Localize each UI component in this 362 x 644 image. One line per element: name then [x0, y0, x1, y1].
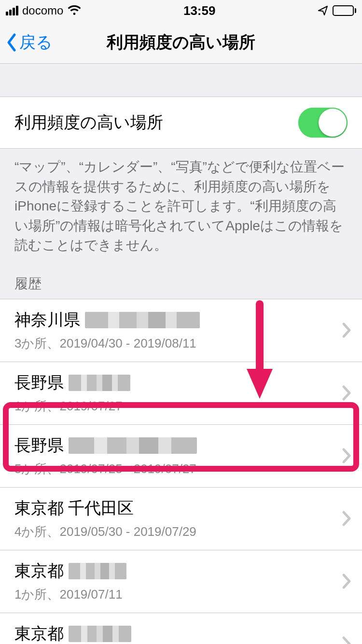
- history-row[interactable]: 東京都1か所、2019/06/23: [0, 613, 362, 644]
- toggle-description: “マップ”、“カレンダー”、“写真”などで便利な位置ベースの情報を提供するために…: [0, 149, 362, 255]
- redacted-text: [69, 437, 197, 454]
- chevron-right-icon: [342, 322, 351, 338]
- nav-bar: 戻る 利用頻度の高い場所: [0, 21, 362, 64]
- row-title-line: 長野県: [14, 372, 342, 394]
- carrier-label: docomo: [22, 4, 63, 17]
- row-title: 長野県: [14, 434, 64, 457]
- row-title-line: 長野県: [14, 434, 342, 457]
- row-main: 神奈川県3か所、2019/04/30 - 2019/08/11: [14, 309, 342, 352]
- back-label: 戻る: [19, 31, 53, 54]
- row-subtitle: 1か所、2019/07/11: [14, 586, 342, 603]
- row-main: 長野県1か所、2019/07/27: [14, 372, 342, 415]
- row-title: 長野県: [14, 372, 64, 394]
- row-subtitle: 4か所、2019/05/30 - 2019/07/29: [14, 523, 342, 540]
- toggle-label: 利用頻度の高い場所: [14, 112, 163, 134]
- spacer: [0, 64, 362, 97]
- row-title: 東京都 千代田区: [14, 497, 134, 519]
- history-list: 神奈川県3か所、2019/04/30 - 2019/08/11長野県1か所、20…: [0, 299, 362, 644]
- back-button[interactable]: 戻る: [6, 31, 53, 54]
- history-header: 履歴: [0, 255, 362, 299]
- row-subtitle: 5か所、2019/07/25 - 2019/07/27: [14, 461, 342, 477]
- row-subtitle: 1か所、2019/07/27: [14, 398, 342, 415]
- battery-icon: [333, 5, 356, 16]
- row-title-line: 東京都: [14, 623, 342, 644]
- row-main: 東京都1か所、2019/06/23: [14, 623, 342, 644]
- toggle-group: 利用頻度の高い場所: [0, 97, 362, 149]
- row-title: 神奈川県: [14, 309, 80, 331]
- chevron-left-icon: [6, 33, 17, 52]
- row-title-line: 東京都: [14, 560, 342, 582]
- redacted-text: [85, 312, 200, 328]
- chevron-right-icon: [342, 636, 351, 644]
- history-row[interactable]: 長野県5か所、2019/07/25 - 2019/07/27: [0, 425, 362, 488]
- history-row[interactable]: 神奈川県3か所、2019/04/30 - 2019/08/11: [0, 299, 362, 362]
- row-subtitle: 3か所、2019/04/30 - 2019/08/11: [14, 335, 342, 352]
- redacted-text: [69, 626, 131, 642]
- row-title-line: 東京都 千代田区: [14, 497, 342, 519]
- status-time: 13:59: [183, 3, 216, 18]
- row-main: 東京都1か所、2019/07/11: [14, 560, 342, 603]
- status-bar: docomo 13:59: [0, 0, 362, 21]
- signal-icon: [6, 6, 18, 15]
- history-row[interactable]: 長野県1か所、2019/07/27: [0, 362, 362, 425]
- chevron-right-icon: [342, 385, 351, 401]
- significant-locations-toggle-row: 利用頻度の高い場所: [0, 97, 362, 148]
- chevron-right-icon: [342, 510, 351, 527]
- row-main: 東京都 千代田区4か所、2019/05/30 - 2019/07/29: [14, 497, 342, 540]
- redacted-text: [69, 375, 130, 391]
- status-left: docomo: [6, 4, 82, 17]
- chevron-right-icon: [342, 448, 351, 464]
- history-row[interactable]: 東京都1か所、2019/07/11: [0, 550, 362, 613]
- status-right: [317, 5, 356, 16]
- row-title: 東京都: [14, 623, 64, 644]
- row-title: 東京都: [14, 560, 64, 582]
- row-title-line: 神奈川県: [14, 309, 342, 331]
- wifi-icon: [67, 5, 82, 16]
- chevron-right-icon: [342, 573, 351, 589]
- redacted-text: [69, 563, 126, 579]
- location-icon: [317, 5, 329, 16]
- significant-locations-switch[interactable]: [298, 108, 348, 138]
- page-title: 利用頻度の高い場所: [0, 31, 362, 54]
- row-main: 長野県5か所、2019/07/25 - 2019/07/27: [14, 434, 342, 477]
- history-row[interactable]: 東京都 千代田区4か所、2019/05/30 - 2019/07/29: [0, 488, 362, 550]
